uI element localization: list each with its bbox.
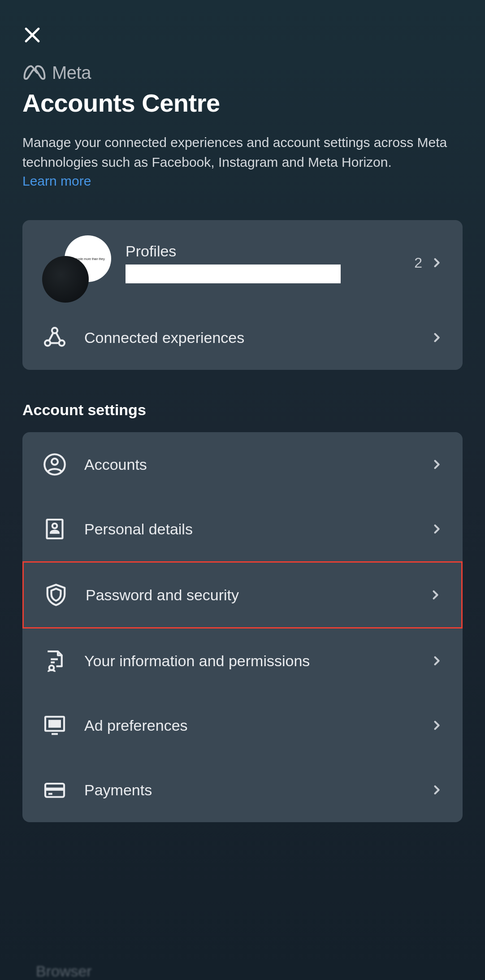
personal-details-label: Personal details [84, 520, 430, 538]
avatar-primary [42, 256, 89, 303]
brand-row: Meta [22, 63, 463, 83]
connected-experiences-label: Connected experiences [84, 329, 430, 347]
accounts-row[interactable]: Accounts [22, 432, 463, 497]
chevron-right-icon [430, 331, 443, 344]
chevron-right-icon [430, 256, 443, 269]
profiles-text: Profiles [126, 243, 414, 283]
svg-point-9 [52, 459, 58, 465]
page-description: Manage your connected experiences and ac… [22, 133, 463, 172]
close-button[interactable] [19, 22, 46, 49]
payments-icon [42, 777, 67, 802]
personal-details-row[interactable]: Personal details [22, 497, 463, 561]
profiles-label: Profiles [126, 243, 414, 260]
svg-point-11 [52, 524, 57, 529]
chevron-right-icon [430, 784, 443, 796]
chevron-right-icon [430, 458, 443, 471]
brand-name: Meta [52, 63, 91, 83]
accounts-label: Accounts [84, 456, 430, 473]
svg-line-5 [49, 333, 53, 341]
close-icon [23, 26, 42, 46]
svg-rect-19 [45, 788, 64, 791]
profiles-row[interactable]: a people more than they Profiles 2 [22, 220, 463, 305]
info-permissions-row[interactable]: Your information and permissions [22, 629, 463, 693]
payments-label: Payments [84, 781, 430, 799]
payments-row[interactable]: Payments [22, 758, 463, 822]
account-settings-card: Accounts Personal details [22, 432, 463, 822]
ad-preferences-row[interactable]: Ad preferences [22, 693, 463, 758]
connected-experiences-row[interactable]: Connected experiences [22, 305, 463, 370]
svg-rect-16 [48, 720, 61, 728]
meta-logo-icon [22, 64, 47, 82]
password-security-label: Password and security [86, 586, 429, 604]
info-permissions-icon [42, 648, 67, 673]
ad-preferences-icon [42, 713, 67, 738]
background-peek-text: Browser [36, 963, 92, 980]
connected-experiences-icon [42, 325, 67, 350]
personal-details-icon [42, 516, 67, 542]
profiles-name-redacted [126, 265, 341, 283]
ad-preferences-label: Ad preferences [84, 717, 430, 734]
chevron-right-icon [430, 523, 443, 535]
chevron-right-icon [430, 719, 443, 732]
svg-line-6 [56, 333, 60, 341]
learn-more-link[interactable]: Learn more [22, 173, 91, 189]
profiles-card: a people more than they Profiles 2 [22, 220, 463, 370]
password-security-row[interactable]: Password and security [22, 561, 463, 629]
accounts-centre-modal: Meta Accounts Centre Manage your connect… [4, 4, 481, 976]
page-title: Accounts Centre [22, 88, 463, 117]
profile-avatars: a people more than they [42, 238, 114, 287]
chevron-right-icon [429, 589, 442, 601]
accounts-icon [42, 452, 67, 477]
account-settings-heading: Account settings [22, 401, 463, 419]
chevron-right-icon [430, 655, 443, 667]
info-permissions-label: Your information and permissions [84, 652, 430, 670]
shield-icon [43, 582, 69, 607]
profiles-count: 2 [414, 255, 422, 271]
svg-point-4 [59, 340, 65, 346]
svg-point-3 [45, 340, 50, 346]
svg-point-2 [52, 328, 57, 333]
